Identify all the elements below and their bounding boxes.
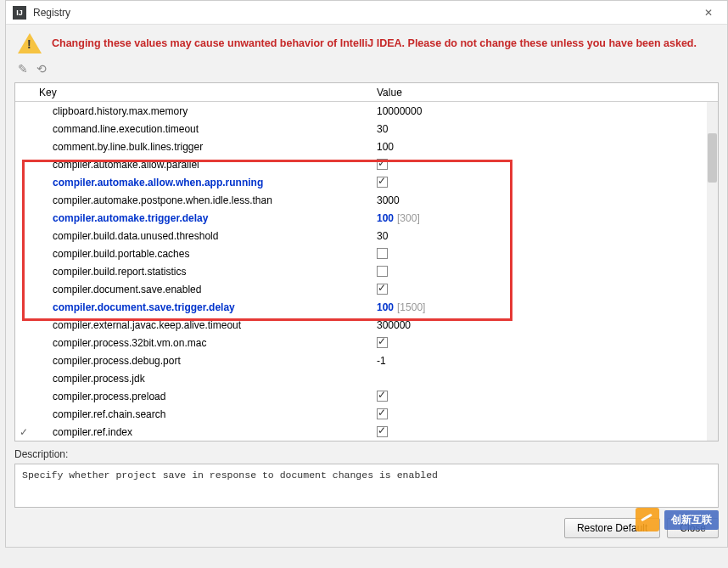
- registry-value[interactable]: 100[300]: [372, 212, 718, 224]
- registry-value[interactable]: 30: [372, 230, 718, 242]
- registry-value[interactable]: [372, 159, 718, 170]
- watermark-icon: [636, 508, 659, 531]
- registry-value[interactable]: [372, 284, 718, 295]
- revert-icon[interactable]: ⟲: [36, 62, 47, 76]
- table-header: Key Value: [15, 83, 718, 102]
- registry-value[interactable]: 100[1500]: [372, 301, 718, 313]
- table-row[interactable]: compiler.process.jdk: [15, 369, 718, 387]
- registry-key[interactable]: command.line.execution.timeout: [32, 123, 372, 135]
- table-row[interactable]: compiler.build.portable.caches: [15, 245, 718, 262]
- registry-value[interactable]: 3000: [372, 194, 718, 206]
- table-row[interactable]: compiler.process.debug.port-1: [15, 351, 718, 369]
- table-row[interactable]: compiler.build.data.unused.threshold30: [15, 227, 718, 245]
- registry-key[interactable]: clipboard.history.max.memory: [32, 105, 372, 117]
- registry-key[interactable]: compiler.build.data.unused.threshold: [32, 230, 372, 242]
- registry-key[interactable]: compiler.process.preload: [32, 391, 372, 402]
- registry-value[interactable]: [372, 266, 718, 277]
- table-row[interactable]: compiler.automake.trigger.delay100[300]: [15, 209, 718, 227]
- registry-value[interactable]: 300000: [372, 319, 718, 331]
- registry-key[interactable]: compiler.process.jdk: [32, 373, 372, 385]
- column-value[interactable]: Value: [372, 87, 718, 98]
- table-row[interactable]: compiler.automake.allow.when.app.running: [15, 173, 718, 191]
- row-expander: ✓: [15, 426, 32, 438]
- checkbox-icon[interactable]: [377, 266, 388, 277]
- table-row[interactable]: ✓compiler.ref.index: [15, 423, 718, 441]
- table-row[interactable]: compiler.document.save.trigger.delay100[…: [15, 298, 718, 316]
- registry-key[interactable]: compiler.document.save.trigger.delay: [32, 301, 372, 313]
- description-label: Description:: [14, 448, 719, 460]
- table-row[interactable]: compiler.ref.chain.search: [15, 405, 718, 423]
- registry-value[interactable]: -1: [372, 355, 718, 367]
- default-value: [300]: [397, 212, 420, 224]
- warning-icon: [18, 33, 42, 53]
- registry-dialog: IJ Registry ✕ Changing these values may …: [5, 0, 728, 548]
- table-body[interactable]: clipboard.history.max.memory10000000comm…: [15, 102, 718, 441]
- checkbox-icon[interactable]: [377, 248, 388, 259]
- registry-value[interactable]: 10000000: [372, 105, 718, 117]
- registry-value[interactable]: [372, 337, 718, 348]
- registry-key[interactable]: compiler.build.portable.caches: [32, 248, 372, 260]
- table-row[interactable]: compiler.process.32bit.vm.on.mac: [15, 334, 718, 351]
- registry-key[interactable]: comment.by.line.bulk.lines.trigger: [32, 141, 372, 153]
- column-key[interactable]: Key: [32, 87, 372, 98]
- checkbox-icon[interactable]: [377, 159, 388, 170]
- description-text: Specify whether project save in response…: [14, 464, 719, 508]
- checkbox-icon[interactable]: [377, 177, 388, 188]
- dialog-title: Registry: [33, 7, 697, 19]
- registry-value[interactable]: [372, 177, 718, 188]
- registry-key[interactable]: compiler.automake.allow.when.app.running: [32, 177, 372, 188]
- checkbox-icon[interactable]: [377, 408, 388, 419]
- registry-value[interactable]: [372, 426, 718, 437]
- warning-bar: Changing these values may cause unwanted…: [6, 25, 727, 59]
- default-value: [1500]: [397, 301, 425, 313]
- registry-value[interactable]: [372, 248, 718, 259]
- registry-key[interactable]: compiler.automake.allow.parallel: [32, 159, 372, 171]
- close-icon[interactable]: ✕: [697, 7, 720, 19]
- description-section: Description: Specify whether project sav…: [14, 448, 719, 508]
- watermark: 创新互联: [636, 508, 719, 531]
- table-row[interactable]: compiler.automake.allow.parallel: [15, 155, 718, 173]
- registry-key[interactable]: compiler.build.report.statistics: [32, 266, 372, 278]
- scrollbar-thumb[interactable]: [708, 133, 717, 183]
- scrollbar-track[interactable]: [707, 102, 718, 441]
- app-icon: IJ: [13, 6, 26, 20]
- registry-value[interactable]: [372, 391, 718, 402]
- table-row[interactable]: command.line.execution.timeout30: [15, 120, 718, 138]
- watermark-text: 创新互联: [664, 510, 719, 530]
- table-row[interactable]: comment.by.line.bulk.lines.trigger100: [15, 138, 718, 155]
- table-row[interactable]: compiler.process.preload: [15, 387, 718, 405]
- registry-value[interactable]: 100: [372, 141, 718, 153]
- registry-key[interactable]: compiler.ref.index: [32, 426, 372, 438]
- checkbox-icon[interactable]: [377, 284, 388, 295]
- registry-value[interactable]: [372, 408, 718, 419]
- edit-icon[interactable]: ✎: [18, 62, 28, 76]
- registry-key[interactable]: compiler.automake.trigger.delay: [32, 212, 372, 224]
- registry-key[interactable]: compiler.process.32bit.vm.on.mac: [32, 337, 372, 349]
- toolbar: ✎ ⟲: [6, 59, 727, 82]
- table-row[interactable]: compiler.external.javac.keep.alive.timeo…: [15, 316, 718, 334]
- checkbox-icon[interactable]: [377, 426, 388, 437]
- registry-key[interactable]: compiler.document.save.enabled: [32, 284, 372, 295]
- checkbox-icon[interactable]: [377, 391, 388, 402]
- registry-key[interactable]: compiler.ref.chain.search: [32, 408, 372, 420]
- registry-key[interactable]: compiler.external.javac.keep.alive.timeo…: [32, 319, 372, 331]
- titlebar: IJ Registry ✕: [6, 1, 727, 25]
- registry-key[interactable]: compiler.automake.postpone.when.idle.les…: [32, 194, 372, 206]
- checkbox-icon[interactable]: [377, 337, 388, 348]
- table-row[interactable]: compiler.automake.postpone.when.idle.les…: [15, 191, 718, 209]
- warning-text: Changing these values may cause unwanted…: [52, 37, 697, 49]
- table-row[interactable]: compiler.document.save.enabled: [15, 280, 718, 298]
- table-row[interactable]: compiler.build.report.statistics: [15, 262, 718, 280]
- table-row[interactable]: clipboard.history.max.memory10000000: [15, 102, 718, 120]
- registry-key[interactable]: compiler.process.debug.port: [32, 355, 372, 367]
- button-bar: Restore Default Close: [6, 508, 727, 547]
- registry-value[interactable]: 30: [372, 123, 718, 135]
- registry-table: Key Value clipboard.history.max.memory10…: [14, 82, 719, 441]
